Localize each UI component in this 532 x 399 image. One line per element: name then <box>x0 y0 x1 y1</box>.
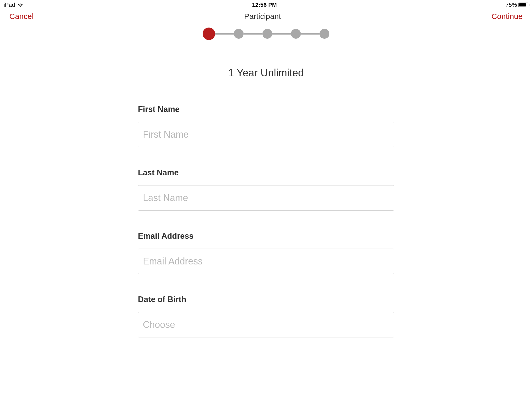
nav-bar: Cancel Participant Continue <box>0 9 532 25</box>
progress-step-1 <box>203 28 215 40</box>
progress-step-3 <box>262 29 272 39</box>
last-name-group: Last Name <box>138 168 394 211</box>
status-right: 75% <box>506 2 528 8</box>
first-name-label: First Name <box>138 105 394 114</box>
progress-step-5 <box>320 29 329 39</box>
dob-label: Date of Birth <box>138 295 394 304</box>
progress-connector <box>272 33 291 35</box>
status-time: 12:56 PM <box>252 2 277 8</box>
progress-connector <box>244 33 262 35</box>
cancel-button[interactable]: Cancel <box>9 12 34 21</box>
device-label: iPad <box>4 2 15 8</box>
content-area: 1 Year Unlimited First Name Last Name Em… <box>0 67 532 358</box>
continue-button[interactable]: Continue <box>491 12 523 21</box>
status-left: iPad <box>4 2 23 8</box>
last-name-label: Last Name <box>138 168 394 177</box>
last-name-input[interactable] <box>138 185 394 211</box>
progress-connector <box>215 33 234 35</box>
email-input[interactable] <box>138 249 394 274</box>
progress-step-4 <box>291 29 301 39</box>
participant-form: First Name Last Name Email Address Date … <box>138 105 394 358</box>
status-bar: iPad 12:56 PM 75% <box>0 0 532 9</box>
battery-percent: 75% <box>506 2 517 8</box>
page-title: Participant <box>244 12 281 21</box>
dob-group: Date of Birth <box>138 295 394 337</box>
wifi-icon <box>17 2 23 8</box>
progress-step-2 <box>234 29 244 39</box>
plan-subtitle: 1 Year Unlimited <box>228 67 304 79</box>
battery-icon <box>518 3 528 7</box>
email-label: Email Address <box>138 231 394 241</box>
dob-input[interactable] <box>138 312 394 337</box>
progress-connector <box>301 33 320 35</box>
first-name-group: First Name <box>138 105 394 147</box>
email-group: Email Address <box>138 231 394 274</box>
progress-indicator <box>0 28 532 40</box>
first-name-input[interactable] <box>138 122 394 147</box>
